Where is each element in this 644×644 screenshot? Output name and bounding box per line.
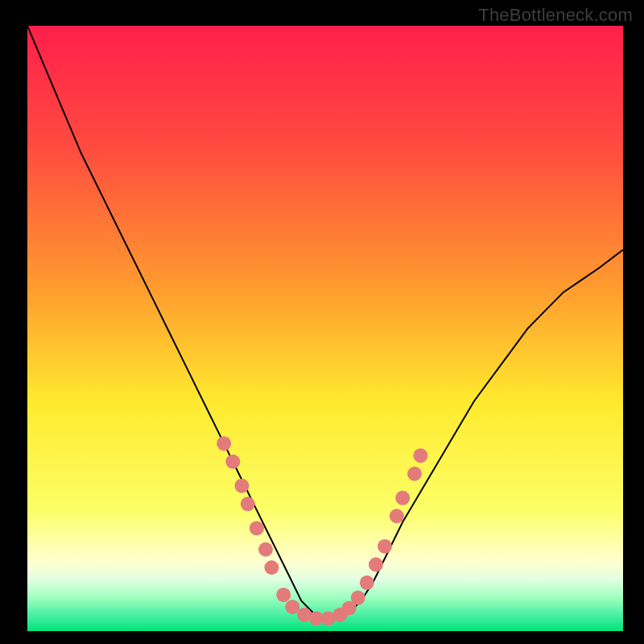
scatter-marker — [360, 576, 374, 590]
scatter-marker — [413, 448, 427, 463]
scatter-marker — [276, 588, 291, 602]
scatter-marker — [234, 479, 249, 493]
chart-container: TheBottleneck.com — [0, 0, 644, 644]
scatter-marker — [378, 539, 392, 554]
scatter-marker — [369, 557, 383, 572]
scatter-marker — [250, 521, 264, 535]
scatter-marker — [264, 560, 279, 575]
scatter-marker — [225, 454, 240, 469]
scatter-marker — [407, 467, 422, 481]
scatter-marker — [217, 436, 231, 451]
scatter-marker — [241, 497, 255, 511]
plot-area — [27, 26, 623, 631]
scatter-marker — [285, 600, 299, 614]
scatter-marker — [395, 491, 410, 506]
watermark-text: TheBottleneck.com — [478, 5, 633, 26]
scatter-marker — [390, 509, 404, 523]
scatter-marker — [351, 591, 365, 605]
scatter-marker — [258, 543, 273, 557]
gradient-background — [27, 26, 623, 631]
